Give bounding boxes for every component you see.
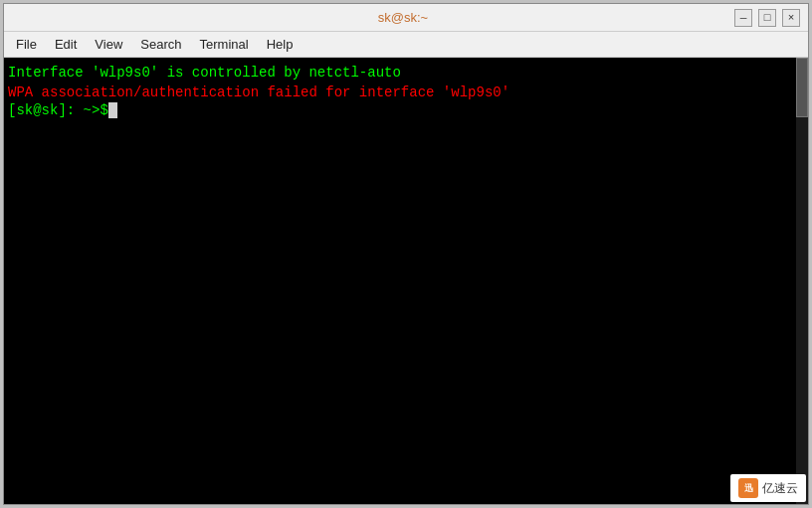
- terminal-prompt-line: [sk@sk]: ~>$: [8, 102, 804, 118]
- menu-bar: File Edit View Search Terminal Help: [4, 32, 808, 58]
- terminal-line-1: Interface 'wlp9s0' is controlled by netc…: [8, 64, 804, 84]
- watermark: 迅 亿速云: [730, 474, 806, 502]
- window-controls: — □ ×: [734, 9, 800, 27]
- terminal-scrollbar[interactable]: [796, 58, 808, 504]
- terminal-prompt: [sk@sk]: ~>$: [8, 102, 108, 118]
- menu-terminal[interactable]: Terminal: [192, 35, 257, 54]
- terminal-cursor: [108, 102, 117, 118]
- close-button[interactable]: ×: [782, 9, 800, 27]
- title-bar: sk@sk:~ — □ ×: [4, 4, 808, 32]
- watermark-logo: 迅: [738, 478, 758, 498]
- scrollbar-thumb[interactable]: [796, 58, 808, 117]
- window-title: sk@sk:~: [72, 10, 734, 25]
- menu-search[interactable]: Search: [132, 35, 189, 54]
- menu-view[interactable]: View: [87, 35, 130, 54]
- minimize-button[interactable]: —: [734, 9, 752, 27]
- watermark-text: 亿速云: [762, 480, 798, 497]
- terminal-body[interactable]: Interface 'wlp9s0' is controlled by netc…: [4, 58, 808, 504]
- terminal-line-2: WPA association/authentication failed fo…: [8, 84, 804, 103]
- maximize-button[interactable]: □: [758, 9, 776, 27]
- terminal-window: sk@sk:~ — □ × File Edit View Search Term…: [3, 3, 809, 505]
- menu-edit[interactable]: Edit: [47, 35, 85, 54]
- menu-file[interactable]: File: [8, 35, 45, 54]
- menu-help[interactable]: Help: [259, 35, 302, 54]
